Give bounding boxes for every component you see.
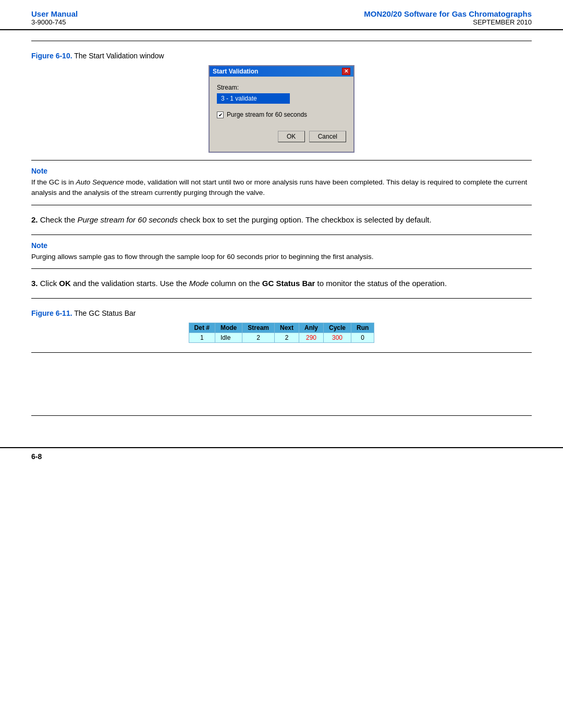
page-number: 6-8 <box>31 452 42 461</box>
start-validation-dialog: Start Validation ✕ Stream: 3 - 1 validat… <box>209 65 354 153</box>
gc-table-container: Det # Mode Stream Next Anly Cycle Run 1 … <box>31 323 532 343</box>
step3-ok-bold: OK <box>59 279 71 288</box>
step2-number: 2. <box>31 215 38 224</box>
figure10-caption: Figure 6-10. The Start Validation window <box>31 52 532 60</box>
figure10-caption-text: The Start Validation window <box>72 52 164 60</box>
col-det: Det # <box>189 323 215 332</box>
bottom-divider <box>31 415 532 416</box>
dialog-footer: OK Cancel <box>217 131 346 146</box>
stream-select[interactable]: 3 - 1 validate <box>217 93 290 104</box>
header-left: User Manual 3-9000-745 <box>31 9 78 26</box>
date-text: SEPTEMBER 2010 <box>364 18 532 26</box>
gc-status-table: Det # Mode Stream Next Anly Cycle Run 1 … <box>189 323 375 343</box>
stream-label: Stream: <box>217 84 346 91</box>
dialog-body: Stream: 3 - 1 validate ✔ Purge stream fo… <box>210 77 353 152</box>
step3-text-middle2: column on the <box>209 279 262 288</box>
dialog-titlebar: Start Validation ✕ <box>210 66 353 77</box>
manual-title: User Manual <box>31 9 78 18</box>
note1-italic: Auto Sequence <box>76 178 124 186</box>
col-stream: Stream <box>242 323 275 332</box>
col-next: Next <box>274 323 299 332</box>
software-title: MON20/20 Software for Gas Chromatographs <box>364 9 532 18</box>
bottom-spacer <box>31 353 532 415</box>
page-footer: 6-8 <box>0 447 563 465</box>
step3-text-after: to monitor the status of the operation. <box>315 279 447 288</box>
cell-det: 1 <box>189 332 215 342</box>
note2-title: Note <box>31 241 532 250</box>
note2-box: Note Purging allows sample gas to flow t… <box>31 235 532 268</box>
step3-text: 3. Click OK and the validation starts. U… <box>31 277 532 290</box>
step2-text: 2. Check the Purge stream for 60 seconds… <box>31 214 532 226</box>
step2-text-after: check box to set the purging option. The… <box>178 215 432 224</box>
note1-section: Note If the GC is in Auto Sequence mode,… <box>31 161 532 205</box>
figure11-caption-text: The GC Status Bar <box>72 309 136 317</box>
step3-text-before: Click <box>40 279 59 288</box>
step2-section: 2. Check the Purge stream for 60 seconds… <box>31 205 532 235</box>
step2-text-before: Check the <box>40 215 78 224</box>
step3-number: 3. <box>31 279 38 288</box>
figure11-section: Figure 6-11. The GC Status Bar Det # Mod… <box>31 299 532 353</box>
note2-section: Note Purging allows sample gas to flow t… <box>31 235 532 269</box>
step3-italic: Mode <box>189 279 209 288</box>
figure10-caption-bold: Figure 6-10. <box>31 52 72 60</box>
note1-text: If the GC is in Auto Sequence mode, vali… <box>31 177 532 199</box>
cell-run: 0 <box>351 332 374 342</box>
col-cycle: Cycle <box>324 323 351 332</box>
figure11-caption: Figure 6-11. The GC Status Bar <box>31 309 532 317</box>
note2-text: Purging allows sample gas to flow throug… <box>31 252 532 262</box>
ok-button[interactable]: OK <box>278 131 305 142</box>
purge-checkbox-label: Purge stream for 60 seconds <box>227 111 307 118</box>
dialog-title: Start Validation <box>213 68 258 75</box>
figure10-section: Figure 6-10. The Start Validation window… <box>31 41 532 160</box>
cancel-button[interactable]: Cancel <box>309 131 346 142</box>
dialog-container: Start Validation ✕ Stream: 3 - 1 validat… <box>31 65 532 153</box>
cell-cycle: 300 <box>324 332 351 342</box>
step3-section: 3. Click OK and the validation starts. U… <box>31 269 532 299</box>
col-run: Run <box>351 323 374 332</box>
cell-anly: 290 <box>299 332 324 342</box>
table-row: 1 Idle 2 2 290 300 0 <box>189 332 374 342</box>
purge-checkbox-row: ✔ Purge stream for 60 seconds <box>217 111 346 118</box>
figure11-caption-bold: Figure 6-11. <box>31 309 72 317</box>
main-content: Figure 6-10. The Start Validation window… <box>0 30 563 426</box>
step2-italic: Purge stream for 60 seconds <box>77 215 178 224</box>
step3-status-bar-bold: GC Status Bar <box>262 279 315 288</box>
cell-stream: 2 <box>242 332 275 342</box>
step3-text-middle: and the validation starts. Use the <box>71 279 189 288</box>
dialog-close-button[interactable]: ✕ <box>342 68 350 75</box>
purge-checkbox[interactable]: ✔ <box>217 112 224 118</box>
header-right: MON20/20 Software for Gas Chromatographs… <box>364 9 532 26</box>
col-anly: Anly <box>299 323 324 332</box>
note1-box: Note If the GC is in Auto Sequence mode,… <box>31 161 532 205</box>
note1-text1: If the GC is in <box>31 178 76 186</box>
col-mode: Mode <box>215 323 242 332</box>
cell-next: 2 <box>274 332 299 342</box>
manual-number: 3-9000-745 <box>31 18 78 26</box>
note1-title: Note <box>31 167 532 175</box>
page-header: User Manual 3-9000-745 MON20/20 Software… <box>0 0 563 30</box>
cell-mode: Idle <box>215 332 242 342</box>
